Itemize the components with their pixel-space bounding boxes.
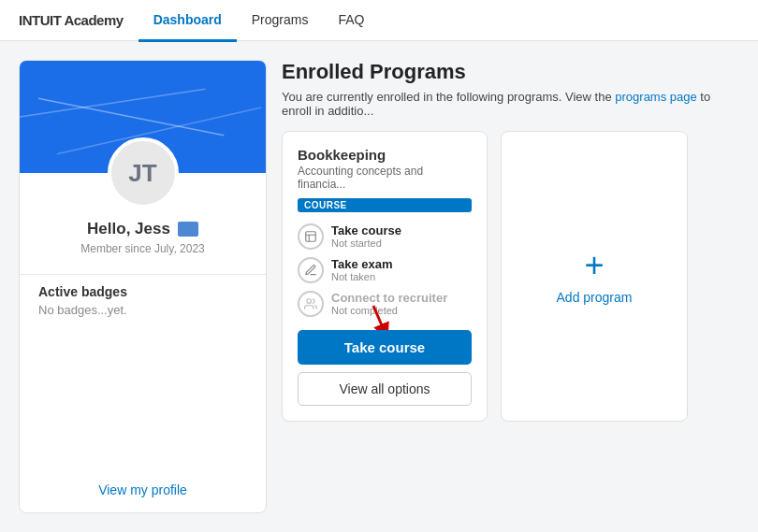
nav-faq[interactable]: FAQ bbox=[323, 1, 379, 42]
step-course-icon bbox=[298, 223, 324, 250]
profile-info: Hello, Jess Member since July, 2023 bbox=[66, 220, 220, 266]
course-badge: COURSE bbox=[298, 198, 472, 212]
program-name: Bookkeeping bbox=[298, 147, 472, 163]
hello-text: Hello, Jess bbox=[87, 220, 170, 238]
view-all-options-button[interactable]: View all options bbox=[298, 372, 472, 406]
step-exam-status: Not taken bbox=[331, 271, 393, 282]
step-exam-text: Take exam Not taken bbox=[331, 257, 393, 282]
program-desc: Accounting concepts and financia... bbox=[298, 165, 472, 191]
step-take-course: Take course Not started bbox=[298, 223, 472, 250]
programs-row: Bookkeeping Accounting concepts and fina… bbox=[282, 131, 739, 422]
nav-dashboard[interactable]: Dashboard bbox=[138, 1, 237, 42]
program-steps: Take course Not started Take exam Not ta… bbox=[298, 223, 472, 317]
step-recruiter-icon bbox=[298, 291, 324, 317]
programs-page-link[interactable]: programs page bbox=[615, 90, 696, 104]
right-panel: Enrolled Programs You are currently enro… bbox=[282, 60, 739, 513]
step-course-status: Not started bbox=[331, 237, 401, 249]
enrolled-desc: You are currently enrolled in the follow… bbox=[282, 90, 739, 118]
step-take-exam: Take exam Not taken bbox=[298, 257, 472, 283]
step-course-label: Take course bbox=[331, 223, 401, 237]
add-program-label: Add program bbox=[557, 290, 633, 305]
take-course-button[interactable]: Take course bbox=[298, 330, 472, 365]
profile-panel: JT Hello, Jess Member since July, 2023 A… bbox=[19, 60, 267, 513]
enrolled-title: Enrolled Programs bbox=[282, 60, 739, 84]
bookkeeping-card: Bookkeeping Accounting concepts and fina… bbox=[282, 131, 488, 422]
logo-academy: Academy bbox=[61, 12, 123, 28]
name-flag bbox=[178, 222, 198, 237]
logo: INTUIT Academy bbox=[19, 12, 124, 28]
svg-point-4 bbox=[307, 299, 312, 304]
step-exam-icon bbox=[298, 257, 324, 283]
add-program-card[interactable]: + Add program bbox=[501, 131, 688, 422]
svg-line-6 bbox=[373, 306, 385, 332]
logo-intuit: INTUIT bbox=[19, 12, 61, 28]
nav-programs[interactable]: Programs bbox=[237, 1, 324, 42]
badges-empty: No badges...yet. bbox=[38, 303, 247, 317]
member-since: Member since July, 2023 bbox=[80, 242, 205, 255]
profile-banner: JT bbox=[20, 61, 266, 173]
navigation: INTUIT Academy Dashboard Programs FAQ bbox=[0, 0, 758, 41]
enrolled-desc-text: You are currently enrolled in the follow… bbox=[282, 90, 612, 104]
svg-rect-3 bbox=[306, 232, 316, 242]
avatar: JT bbox=[108, 137, 179, 208]
badges-section: Active badges No badges...yet. bbox=[20, 274, 266, 326]
svg-line-0 bbox=[38, 98, 224, 136]
hello-row: Hello, Jess bbox=[87, 220, 198, 238]
step-recruiter-label: Connect to recruiter bbox=[331, 291, 447, 305]
nav-links: Dashboard Programs FAQ bbox=[138, 0, 380, 41]
step-exam-label: Take exam bbox=[331, 257, 393, 271]
main-content: JT Hello, Jess Member since July, 2023 A… bbox=[0, 41, 758, 532]
view-profile-link[interactable]: View my profile bbox=[98, 482, 187, 497]
step-course-text: Take course Not started bbox=[331, 223, 401, 249]
badges-title: Active badges bbox=[38, 284, 247, 299]
add-program-icon: + bbox=[584, 249, 604, 282]
